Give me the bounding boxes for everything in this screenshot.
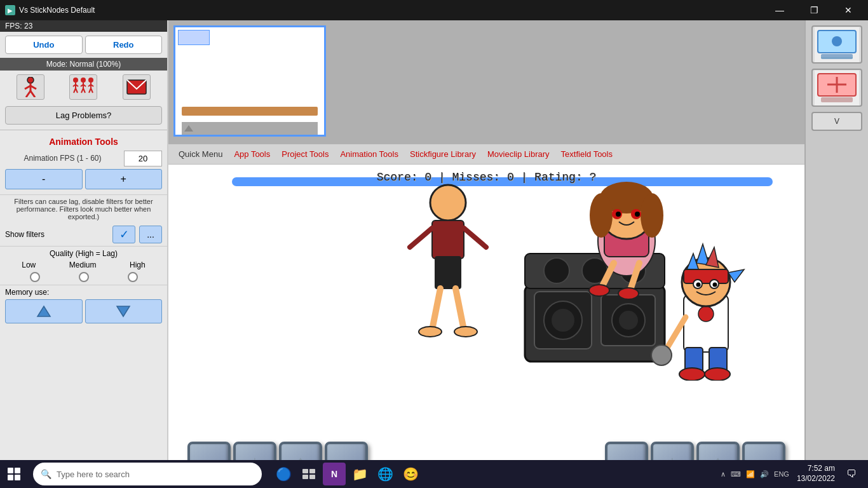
tray-chevron[interactable]: ∧ [721, 470, 726, 478]
svg-point-76 [679, 368, 705, 381]
mode-bar: Mode: Normal (100%) [0, 58, 167, 71]
svg-point-6 [73, 78, 78, 83]
notification-button[interactable]: 🗨 [843, 465, 860, 483]
preview-selection [178, 30, 210, 45]
svg-line-33 [432, 288, 440, 330]
group-icon[interactable] [69, 74, 97, 100]
right-btn-2[interactable] [811, 69, 862, 107]
taskbar-chrome[interactable]: 🌐 [374, 463, 397, 485]
clock[interactable]: 7:52 am 13/02/2022 [797, 464, 835, 484]
svg-line-23 [91, 88, 93, 93]
search-placeholder-text: Type here to search [57, 470, 130, 479]
quality-options: Low Medium High [5, 261, 162, 269]
undo-button[interactable]: Undo [5, 36, 83, 54]
taskbar-onenote[interactable]: N [323, 463, 346, 485]
anim-fps-row: Animation FPS (1 - 60) 20 [5, 151, 162, 166]
close-button[interactable]: ✕ [834, 0, 863, 20]
show-filters-check[interactable]: ✓ [112, 226, 135, 243]
menu-project-tools[interactable]: Project Tools [276, 147, 334, 161]
svg-rect-89 [821, 97, 853, 102]
svg-rect-91 [309, 469, 315, 473]
quality-radio-medium[interactable] [79, 272, 89, 282]
svg-marker-26 [117, 306, 130, 316]
fps-buttons: - + [5, 169, 162, 189]
memory-down-button[interactable] [85, 299, 163, 323]
taskbar-task-view[interactable] [297, 463, 320, 485]
svg-point-35 [419, 327, 442, 337]
svg-rect-29 [432, 220, 464, 259]
svg-rect-90 [302, 469, 308, 473]
quality-medium: Medium [69, 261, 97, 269]
right-btn-1[interactable] [811, 25, 862, 64]
fps-display: FPS: 23 [0, 20, 167, 32]
quality-radio-high[interactable] [128, 272, 138, 282]
search-icon: 🔍 [41, 469, 51, 479]
menu-animation-tools[interactable]: Animation Tools [335, 147, 403, 161]
tray-lang[interactable]: ENG [774, 470, 789, 478]
minimize-button[interactable]: — [765, 0, 794, 20]
preview-pane [168, 20, 804, 144]
svg-point-43 [619, 311, 638, 330]
stick-person-icon[interactable] [17, 74, 44, 100]
sidebar: FPS: 23 Undo Redo Mode: Normal (100%) [0, 20, 168, 488]
quality-label: Quality (High = Lag) [5, 249, 162, 258]
svg-point-60 [589, 285, 609, 296]
taskbar-cortana[interactable]: 🔵 [272, 463, 295, 485]
svg-point-53 [641, 193, 663, 238]
right-btn-v[interactable]: V [811, 112, 862, 131]
svg-point-28 [430, 185, 466, 220]
svg-point-83 [832, 36, 842, 46]
quality-radio-low[interactable] [30, 272, 40, 282]
svg-point-45 [544, 258, 569, 283]
show-filters-label: Show filters [5, 230, 109, 239]
preview-box[interactable] [173, 25, 326, 137]
game-canvas: Score: 0 | Misses: 0 | Rating: ? [168, 165, 804, 488]
fps-minus-button[interactable]: - [5, 169, 83, 189]
svg-point-36 [454, 327, 477, 337]
svg-point-18 [88, 78, 93, 83]
svg-line-4 [26, 91, 31, 97]
animation-fps-input[interactable]: 20 [124, 151, 162, 166]
menu-stickfigure-library[interactable]: Stickfigure Library [405, 147, 481, 161]
tray-network[interactable]: 📶 [746, 470, 755, 478]
taskbar-file-explorer[interactable]: 📁 [348, 463, 371, 485]
preview-bar [182, 107, 318, 116]
svg-rect-68 [684, 269, 728, 283]
svg-point-71 [696, 283, 701, 287]
show-filters-row: Show filters ✓ ... [0, 223, 167, 246]
start-button[interactable] [0, 460, 28, 488]
taskbar-right: ∧ ⌨ 📶 🔊 ENG 7:52 am 13/02/2022 🗨 [721, 464, 868, 484]
maximize-button[interactable]: ❐ [799, 0, 829, 20]
svg-line-31 [464, 228, 486, 247]
svg-point-57 [635, 212, 640, 217]
menu-textfield-tools[interactable]: Textfield Tools [556, 147, 618, 161]
svg-rect-92 [302, 475, 308, 479]
memory-up-button[interactable] [5, 299, 83, 323]
quality-low: Low [22, 261, 36, 269]
tray-volume[interactable]: 🔊 [760, 470, 769, 478]
menu-app-tools[interactable]: App Tools [229, 147, 275, 161]
taskbar: 🔍 Type here to search 🔵 N 📁 🌐 😊 ∧ ⌨ 📶 🔊 … [0, 460, 868, 488]
search-bar[interactable]: 🔍 Type here to search [33, 463, 262, 485]
redo-button[interactable]: Redo [85, 36, 163, 54]
svg-point-77 [705, 368, 730, 381]
svg-rect-82 [821, 54, 853, 59]
menu-quick-menu[interactable]: Quick Menu [173, 147, 227, 161]
svg-line-30 [410, 228, 432, 247]
fps-plus-button[interactable]: + [85, 169, 163, 189]
system-tray: ∧ ⌨ 📶 🔊 ENG [721, 470, 789, 478]
svg-point-79 [651, 345, 672, 365]
envelope-icon[interactable] [123, 74, 151, 100]
svg-marker-25 [37, 306, 50, 316]
animation-fps-label: Animation FPS (1 - 60) [5, 154, 120, 163]
taskbar-app-icons: 🔵 N 📁 🌐 😊 [267, 463, 721, 485]
titlebar-left: ▶ Vs StickNodes Default [5, 5, 95, 15]
svg-point-63 [698, 306, 714, 322]
menu-movieclip-library[interactable]: Movieclip Library [482, 147, 555, 161]
quality-high: High [130, 261, 146, 269]
lag-problems-button[interactable]: Lag Problems? [5, 106, 162, 125]
svg-point-56 [616, 212, 621, 217]
animation-fps-section: Animation FPS (1 - 60) 20 - + [0, 148, 167, 192]
taskbar-face[interactable]: 😊 [399, 463, 422, 485]
show-filters-more[interactable]: ... [139, 226, 162, 243]
